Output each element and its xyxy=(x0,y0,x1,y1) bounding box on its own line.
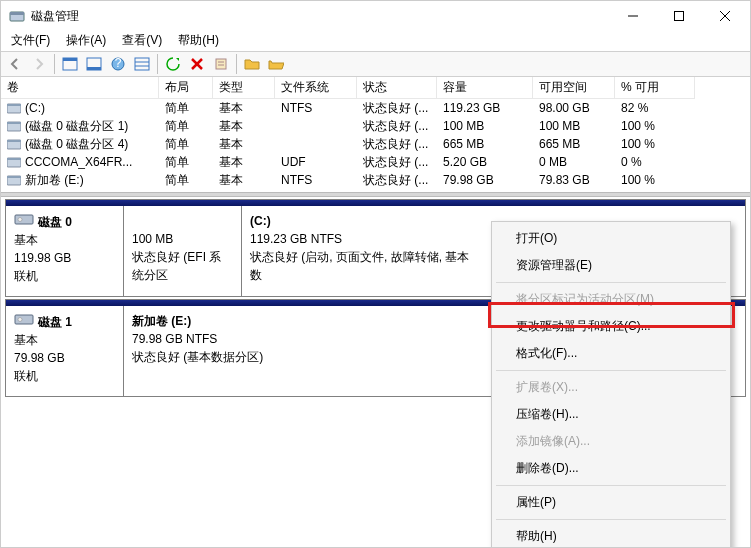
cell-cap: 5.20 GB xyxy=(437,155,533,169)
table-row[interactable]: (磁盘 0 磁盘分区 1)简单基本状态良好 (...100 MB100 MB10… xyxy=(1,117,750,135)
delete-icon[interactable] xyxy=(186,53,208,75)
disk-summary[interactable]: 磁盘 0基本119.98 GB联机 xyxy=(6,206,124,296)
col-capacity[interactable]: 容量 xyxy=(437,77,533,99)
close-button[interactable] xyxy=(702,1,748,31)
context-menu: 打开(O) 资源管理器(E) 将分区标记为活动分区(M) 更改驱动器号和路径(C… xyxy=(491,221,731,548)
table-row[interactable]: (C:)简单基本NTFS状态良好 (...119.23 GB98.00 GB82… xyxy=(1,99,750,117)
cell-type: 基本 xyxy=(213,118,275,135)
disk-icon xyxy=(14,312,34,331)
forward-button[interactable] xyxy=(28,53,50,75)
cell-pct: 100 % xyxy=(615,137,695,151)
ctx-shrink[interactable]: 压缩卷(H)... xyxy=(494,401,728,428)
folder-icon[interactable] xyxy=(241,53,263,75)
cell-cap: 79.98 GB xyxy=(437,173,533,187)
table-row[interactable]: CCCOMA_X64FR...简单基本UDF状态良好 (...5.20 GB0 … xyxy=(1,153,750,171)
properties-icon[interactable] xyxy=(210,53,232,75)
col-layout[interactable]: 布局 xyxy=(159,77,213,99)
maximize-button[interactable] xyxy=(656,1,702,31)
disk-status: 联机 xyxy=(14,267,115,285)
refresh-icon[interactable] xyxy=(162,53,184,75)
partition[interactable]: (C:)119.23 GB NTFS状态良好 (启动, 页面文件, 故障转储, … xyxy=(242,206,482,296)
ctx-format[interactable]: 格式化(F)... xyxy=(494,340,728,367)
splitter[interactable] xyxy=(1,192,750,197)
disk-label: 磁盘 1 xyxy=(38,313,72,331)
partition-name: (C:) xyxy=(250,212,474,230)
col-type[interactable]: 类型 xyxy=(213,77,275,99)
cell-free: 665 MB xyxy=(533,137,615,151)
table-row[interactable]: 新加卷 (E:)简单基本NTFS状态良好 (...79.98 GB79.83 G… xyxy=(1,171,750,189)
ctx-extend: 扩展卷(X)... xyxy=(494,374,728,401)
cell-pct: 100 % xyxy=(615,119,695,133)
menu-file[interactable]: 文件(F) xyxy=(3,31,58,51)
ctx-change-drive[interactable]: 更改驱动器号和路径(C)... xyxy=(494,313,728,340)
list-icon[interactable] xyxy=(131,53,153,75)
ctx-help[interactable]: 帮助(H) xyxy=(494,523,728,548)
col-status[interactable]: 状态 xyxy=(357,77,437,99)
svg-point-31 xyxy=(18,218,22,222)
cell-layout: 简单 xyxy=(159,136,213,153)
partition-detail: 状态良好 (基本数据分区) xyxy=(132,348,476,366)
menu-action[interactable]: 操作(A) xyxy=(58,31,114,51)
ctx-explorer[interactable]: 资源管理器(E) xyxy=(494,252,728,279)
partition-subtitle: 119.23 GB NTFS xyxy=(250,230,474,248)
ctx-properties[interactable]: 属性(P) xyxy=(494,489,728,516)
svg-rect-9 xyxy=(87,67,101,70)
app-icon xyxy=(9,8,25,24)
col-fs[interactable]: 文件系统 xyxy=(275,77,357,99)
partition[interactable]: 100 MB状态良好 (EFI 系统分区 xyxy=(124,206,242,296)
cell-pct: 82 % xyxy=(615,101,695,115)
ctx-open[interactable]: 打开(O) xyxy=(494,225,728,252)
menu-help[interactable]: 帮助(H) xyxy=(170,31,227,51)
folder-open-icon[interactable] xyxy=(265,53,287,75)
cell-type: 基本 xyxy=(213,136,275,153)
ctx-delete[interactable]: 删除卷(D)... xyxy=(494,455,728,482)
partition-name: 新加卷 (E:) xyxy=(132,312,476,330)
disk-summary[interactable]: 磁盘 1基本79.98 GB联机 xyxy=(6,306,124,396)
svg-rect-30 xyxy=(15,215,33,224)
partition-detail: 状态良好 (启动, 页面文件, 故障转储, 基本数 xyxy=(250,248,474,284)
col-percent[interactable]: % 可用 xyxy=(615,77,695,99)
svg-text:?: ? xyxy=(115,57,122,70)
table-row[interactable]: (磁盘 0 磁盘分区 4)简单基本状态良好 (...665 MB665 MB10… xyxy=(1,135,750,153)
back-button[interactable] xyxy=(4,53,26,75)
partition-subtitle: 100 MB xyxy=(132,230,233,248)
cell-pct: 100 % xyxy=(615,173,695,187)
partition[interactable]: 新加卷 (E:)79.98 GB NTFS状态良好 (基本数据分区) xyxy=(124,306,484,396)
svg-rect-17 xyxy=(216,59,226,69)
svg-rect-12 xyxy=(135,58,149,70)
col-volume[interactable]: 卷 xyxy=(1,77,159,99)
disk-type: 基本 xyxy=(14,231,115,249)
svg-rect-32 xyxy=(15,315,33,324)
cell-fs: UDF xyxy=(275,155,357,169)
disk-label: 磁盘 0 xyxy=(38,213,72,231)
cell-layout: 简单 xyxy=(159,172,213,189)
disk-type: 基本 xyxy=(14,331,115,349)
volume-name: (C:) xyxy=(25,101,45,115)
svg-rect-21 xyxy=(7,104,21,106)
drive-icon xyxy=(7,120,21,132)
help-icon[interactable]: ? xyxy=(107,53,129,75)
view-bottom-icon[interactable] xyxy=(83,53,105,75)
cell-free: 100 MB xyxy=(533,119,615,133)
drive-icon xyxy=(7,138,21,150)
col-free[interactable]: 可用空间 xyxy=(533,77,615,99)
volume-name: 新加卷 (E:) xyxy=(25,172,84,189)
cell-fs: NTFS xyxy=(275,101,357,115)
cell-cap: 100 MB xyxy=(437,119,533,133)
svg-rect-7 xyxy=(63,58,77,61)
minimize-button[interactable] xyxy=(610,1,656,31)
cell-status: 状态良好 (... xyxy=(357,154,437,171)
view-top-icon[interactable] xyxy=(59,53,81,75)
drive-icon xyxy=(7,102,21,114)
svg-rect-3 xyxy=(675,12,684,21)
drive-icon xyxy=(7,174,21,186)
partition-detail: 状态良好 (EFI 系统分区 xyxy=(132,248,233,284)
cell-cap: 119.23 GB xyxy=(437,101,533,115)
cell-status: 状态良好 (... xyxy=(357,136,437,153)
volume-name: (磁盘 0 磁盘分区 1) xyxy=(25,118,128,135)
svg-rect-27 xyxy=(7,158,21,160)
cell-status: 状态良好 (... xyxy=(357,172,437,189)
disk-icon xyxy=(14,212,34,231)
menu-view[interactable]: 查看(V) xyxy=(114,31,170,51)
svg-rect-25 xyxy=(7,140,21,142)
